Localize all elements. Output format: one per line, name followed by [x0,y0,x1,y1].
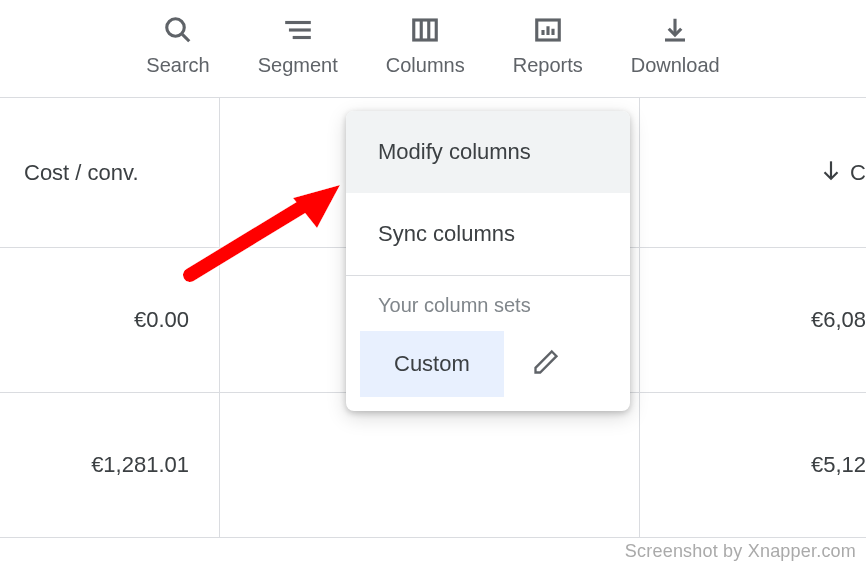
watermark: Screenshot by Xnapper.com [625,541,856,562]
dropdown-section-label: Your column sets [346,276,630,331]
cell-cost-conv: €1,281.01 [0,393,220,537]
segment-icon [283,16,313,44]
column-header-right[interactable]: C [640,98,866,247]
column-header-right-label: C [850,160,866,186]
search-icon [163,16,193,44]
column-header-cost-conv[interactable]: Cost / conv. [0,98,220,247]
svg-point-0 [167,19,185,37]
table-row: €1,281.01 €5,12 [0,393,866,538]
dropdown-modify-columns[interactable]: Modify columns [346,111,630,193]
toolbar-search-label: Search [146,54,209,77]
columns-dropdown: Modify columns Sync columns Your column … [346,111,630,411]
toolbar-download-label: Download [631,54,720,77]
dropdown-sync-columns[interactable]: Sync columns [346,193,630,275]
cell-mid [220,393,640,537]
toolbar-segment-label: Segment [258,54,338,77]
toolbar-reports[interactable]: Reports [513,16,583,77]
svg-rect-5 [414,20,437,40]
download-icon [660,16,690,44]
toolbar-columns-label: Columns [386,54,465,77]
toolbar-segment[interactable]: Segment [258,16,338,77]
toolbar-reports-label: Reports [513,54,583,77]
toolbar: Search Segment Columns Reports Download [0,0,866,98]
dropdown-custom-chip[interactable]: Custom [360,331,504,397]
cell-cost-conv: €0.00 [0,248,220,392]
reports-icon [533,16,563,44]
toolbar-search[interactable]: Search [146,16,209,77]
toolbar-columns[interactable]: Columns [386,16,465,77]
dropdown-custom-row: Custom [346,331,630,397]
sort-down-icon [818,157,844,189]
columns-icon [410,16,440,44]
cell-right: €5,12 [640,393,866,537]
cell-right: €6,08 [640,248,866,392]
toolbar-download[interactable]: Download [631,16,720,77]
pencil-icon[interactable] [532,348,560,380]
svg-line-1 [182,34,189,41]
